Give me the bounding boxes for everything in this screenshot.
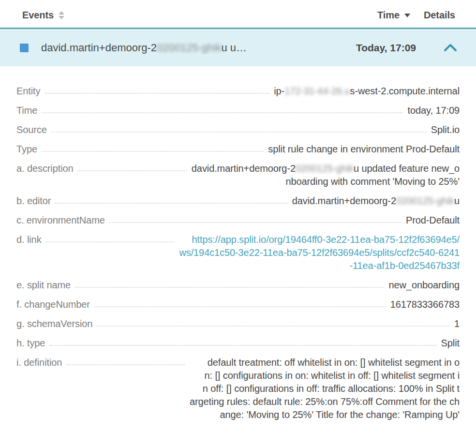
event-details-panel: Entity ip-172-31-44-26.us-west-2.compute… <box>0 66 476 421</box>
field-value: new_onboarding <box>388 279 460 292</box>
value-text: david.martin+demoorg-2 <box>192 163 296 174</box>
dotted-leader <box>94 298 386 307</box>
dotted-leader <box>46 233 175 242</box>
field-value: split rule change in environment Prod-De… <box>268 143 460 156</box>
time-caret-down-icon <box>404 14 410 17</box>
value-text: ip- <box>274 86 284 96</box>
value-text: david.martin+demoorg-2 <box>292 195 396 206</box>
events-column-header[interactable]: Events <box>22 10 54 21</box>
field-row-environment-name: c. environmentName Prod-Default <box>16 214 460 227</box>
events-table-header: Events Time Details <box>0 0 476 28</box>
field-label: c. environmentName <box>16 214 105 227</box>
field-label: d. link <box>16 233 42 246</box>
sort-up-triangle <box>59 11 64 15</box>
dotted-leader <box>97 317 449 327</box>
field-row-schema-version: g. schemaVersion 1 <box>16 317 460 330</box>
field-value: Split.io <box>431 123 460 136</box>
redacted-text: 0200125-ghik <box>157 42 221 54</box>
field-label: Entity <box>16 85 40 98</box>
event-row-time: Today, 17:09 <box>356 42 416 54</box>
field-label: i. definition <box>16 356 62 369</box>
field-value: david.martin+demoorg-20200125-ghiku <box>292 194 460 208</box>
field-row-change-number: f. changeNumber 1617833366783 <box>16 298 460 311</box>
field-label: b. editor <box>16 194 51 208</box>
dotted-leader <box>75 279 384 288</box>
event-type-marker-icon <box>20 44 29 52</box>
dotted-leader <box>109 214 401 223</box>
field-row-description: a. description david.martin+demoorg-2020… <box>16 162 460 188</box>
field-label: Time <box>16 104 37 117</box>
field-label: h. type <box>16 337 45 350</box>
dotted-leader <box>42 104 402 113</box>
redacted-text: 0200125-ghik <box>296 163 354 174</box>
field-label: f. changeNumber <box>16 298 90 311</box>
sort-down-triangle <box>59 16 64 19</box>
field-value: 1 <box>454 317 460 330</box>
collapse-chevron-icon[interactable] <box>436 44 464 52</box>
field-label: a. description <box>16 162 74 175</box>
event-title-prefix: david.martin+demoorg-2 <box>41 42 157 54</box>
dotted-leader <box>55 194 287 204</box>
field-row-definition: i. definition default treatment: off whi… <box>16 356 460 421</box>
field-value: Split <box>441 337 460 350</box>
field-label: g. schemaVersion <box>16 317 92 330</box>
field-value: 1617833366783 <box>390 298 460 311</box>
field-row-time: Time today, 17:09 <box>16 104 460 117</box>
field-value: david.martin+demoorg-20200125-ghiku upda… <box>192 162 460 188</box>
redacted-text: 172-31-44-26.u <box>284 86 350 96</box>
value-text: s-west-2.compute.internal <box>350 86 460 96</box>
event-row-title: david.martin+demoorg-20200125-ghiku u… <box>41 42 356 54</box>
field-value: ip-172-31-44-26.us-west-2.compute.intern… <box>274 85 460 98</box>
split-link[interactable]: https://app.split.io/org/19464ff0-3e22-1… <box>179 233 460 272</box>
event-title-suffix: u u… <box>221 42 247 54</box>
value-text: u <box>454 195 460 206</box>
field-value: today, 17:09 <box>408 104 460 117</box>
dotted-leader <box>78 162 187 171</box>
field-row-source: Source Split.io <box>16 123 460 136</box>
field-value: default treatment: off whitelist in on: … <box>190 356 460 421</box>
field-row-type2: h. type Split <box>16 337 460 350</box>
field-row-editor: b. editor david.martin+demoorg-20200125-… <box>16 194 460 208</box>
time-column-label: Time <box>377 10 400 21</box>
field-row-link: d. link https://app.split.io/org/19464ff… <box>16 233 460 272</box>
details-column-header: Details <box>424 10 460 21</box>
event-row[interactable]: david.martin+demoorg-20200125-ghiku u… T… <box>0 28 476 66</box>
dotted-leader <box>49 337 436 346</box>
dotted-leader <box>45 85 269 94</box>
field-row-type: Type split rule change in environment Pr… <box>16 143 460 156</box>
redacted-text: 0200125-ghik <box>396 195 454 206</box>
field-row-split-name: e. split name new_onboarding <box>16 279 460 292</box>
dotted-leader <box>66 356 185 365</box>
chevron-up-glyph <box>444 44 457 52</box>
dotted-leader <box>51 123 426 133</box>
dotted-leader <box>42 143 263 152</box>
time-column-header[interactable]: Time <box>377 10 410 21</box>
field-row-entity: Entity ip-172-31-44-26.us-west-2.compute… <box>16 85 460 98</box>
field-label: e. split name <box>16 279 71 292</box>
field-label: Source <box>16 123 47 136</box>
events-sort-icon[interactable] <box>59 11 64 19</box>
field-label: Type <box>16 143 37 156</box>
field-value: Prod-Default <box>406 214 460 227</box>
